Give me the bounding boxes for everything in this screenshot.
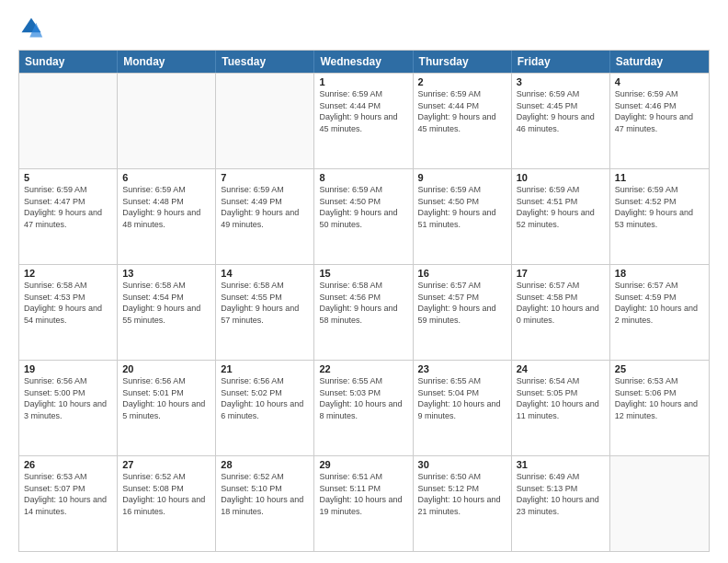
calendar-row: 19Sunrise: 6:56 AM Sunset: 5:00 PM Dayli… [19, 360, 709, 455]
day-info: Sunrise: 6:59 AM Sunset: 4:44 PM Dayligh… [319, 88, 407, 134]
calendar-cell: 7Sunrise: 6:59 AM Sunset: 4:49 PM Daylig… [216, 169, 314, 264]
calendar-cell: 28Sunrise: 6:52 AM Sunset: 5:10 PM Dayli… [216, 456, 314, 551]
day-info: Sunrise: 6:53 AM Sunset: 5:07 PM Dayligh… [24, 471, 112, 517]
day-number: 30 [418, 459, 506, 470]
day-number: 27 [122, 459, 210, 470]
day-info: Sunrise: 6:55 AM Sunset: 5:04 PM Dayligh… [418, 375, 506, 421]
day-number: 31 [517, 459, 605, 470]
day-info: Sunrise: 6:51 AM Sunset: 5:11 PM Dayligh… [319, 471, 407, 517]
calendar-cell: 5Sunrise: 6:59 AM Sunset: 4:47 PM Daylig… [19, 169, 118, 264]
calendar-cell: 23Sunrise: 6:55 AM Sunset: 5:04 PM Dayli… [414, 361, 512, 455]
day-info: Sunrise: 6:57 AM Sunset: 4:57 PM Dayligh… [418, 280, 506, 326]
calendar-row: 5Sunrise: 6:59 AM Sunset: 4:47 PM Daylig… [19, 168, 709, 264]
day-info: Sunrise: 6:56 AM Sunset: 5:02 PM Dayligh… [221, 375, 309, 421]
day-info: Sunrise: 6:59 AM Sunset: 4:49 PM Dayligh… [221, 184, 309, 230]
day-number: 10 [517, 172, 605, 183]
calendar-cell [118, 74, 216, 168]
day-number: 26 [24, 459, 112, 470]
day-info: Sunrise: 6:55 AM Sunset: 5:03 PM Dayligh… [319, 375, 407, 421]
day-info: Sunrise: 6:57 AM Sunset: 4:58 PM Dayligh… [517, 280, 605, 326]
day-info: Sunrise: 6:59 AM Sunset: 4:50 PM Dayligh… [418, 184, 506, 230]
day-info: Sunrise: 6:58 AM Sunset: 4:54 PM Dayligh… [122, 280, 210, 326]
day-number: 5 [24, 172, 112, 183]
calendar-cell: 25Sunrise: 6:53 AM Sunset: 5:06 PM Dayli… [610, 361, 709, 455]
day-number: 22 [319, 363, 407, 374]
calendar-cell: 8Sunrise: 6:59 AM Sunset: 4:50 PM Daylig… [314, 169, 413, 264]
calendar-cell: 27Sunrise: 6:52 AM Sunset: 5:08 PM Dayli… [118, 456, 216, 551]
calendar-cell: 30Sunrise: 6:50 AM Sunset: 5:12 PM Dayli… [414, 456, 512, 551]
header-day: Saturday [610, 51, 709, 73]
day-info: Sunrise: 6:59 AM Sunset: 4:50 PM Dayligh… [319, 184, 407, 230]
calendar-cell: 12Sunrise: 6:58 AM Sunset: 4:53 PM Dayli… [19, 265, 118, 360]
day-number: 17 [517, 268, 605, 279]
calendar: SundayMondayTuesdayWednesdayThursdayFrid… [18, 50, 710, 552]
day-info: Sunrise: 6:59 AM Sunset: 4:45 PM Dayligh… [517, 88, 605, 134]
day-number: 23 [418, 363, 506, 374]
day-number: 14 [221, 268, 309, 279]
day-number: 13 [122, 268, 210, 279]
day-info: Sunrise: 6:59 AM Sunset: 4:51 PM Dayligh… [517, 184, 605, 230]
day-info: Sunrise: 6:58 AM Sunset: 4:56 PM Dayligh… [319, 280, 407, 326]
calendar-cell: 11Sunrise: 6:59 AM Sunset: 4:52 PM Dayli… [610, 169, 709, 264]
day-info: Sunrise: 6:52 AM Sunset: 5:10 PM Dayligh… [221, 471, 309, 517]
calendar-cell: 31Sunrise: 6:49 AM Sunset: 5:13 PM Dayli… [512, 456, 610, 551]
calendar-row: 12Sunrise: 6:58 AM Sunset: 4:53 PM Dayli… [19, 264, 709, 360]
day-info: Sunrise: 6:56 AM Sunset: 5:01 PM Dayligh… [122, 375, 210, 421]
day-info: Sunrise: 6:50 AM Sunset: 5:12 PM Dayligh… [418, 471, 506, 517]
page: SundayMondayTuesdayWednesdayThursdayFrid… [0, 0, 728, 563]
calendar-cell: 24Sunrise: 6:54 AM Sunset: 5:05 PM Dayli… [512, 361, 610, 455]
calendar-cell: 6Sunrise: 6:59 AM Sunset: 4:48 PM Daylig… [118, 169, 216, 264]
day-info: Sunrise: 6:59 AM Sunset: 4:48 PM Dayligh… [122, 184, 210, 230]
day-number: 8 [319, 172, 407, 183]
calendar-cell: 14Sunrise: 6:58 AM Sunset: 4:55 PM Dayli… [216, 265, 314, 360]
day-info: Sunrise: 6:59 AM Sunset: 4:52 PM Dayligh… [615, 184, 704, 230]
day-number: 20 [122, 363, 210, 374]
calendar-cell: 13Sunrise: 6:58 AM Sunset: 4:54 PM Dayli… [118, 265, 216, 360]
calendar-header: SundayMondayTuesdayWednesdayThursdayFrid… [19, 51, 709, 73]
day-info: Sunrise: 6:49 AM Sunset: 5:13 PM Dayligh… [517, 471, 605, 517]
calendar-cell: 4Sunrise: 6:59 AM Sunset: 4:46 PM Daylig… [610, 74, 709, 168]
day-info: Sunrise: 6:59 AM Sunset: 4:47 PM Dayligh… [24, 184, 112, 230]
calendar-body: 1Sunrise: 6:59 AM Sunset: 4:44 PM Daylig… [19, 73, 709, 551]
day-number: 18 [615, 268, 704, 279]
logo-icon [18, 15, 44, 40]
day-info: Sunrise: 6:58 AM Sunset: 4:53 PM Dayligh… [24, 280, 112, 326]
day-info: Sunrise: 6:58 AM Sunset: 4:55 PM Dayligh… [221, 280, 309, 326]
calendar-cell: 29Sunrise: 6:51 AM Sunset: 5:11 PM Dayli… [314, 456, 413, 551]
day-info: Sunrise: 6:56 AM Sunset: 5:00 PM Dayligh… [24, 375, 112, 421]
calendar-cell: 17Sunrise: 6:57 AM Sunset: 4:58 PM Dayli… [512, 265, 610, 360]
day-info: Sunrise: 6:53 AM Sunset: 5:06 PM Dayligh… [615, 375, 704, 421]
day-number: 2 [418, 76, 506, 87]
day-number: 24 [517, 363, 605, 374]
day-info: Sunrise: 6:59 AM Sunset: 4:44 PM Dayligh… [418, 88, 506, 134]
day-number: 21 [221, 363, 309, 374]
header-day: Tuesday [216, 51, 314, 73]
day-number: 16 [418, 268, 506, 279]
calendar-cell: 10Sunrise: 6:59 AM Sunset: 4:51 PM Dayli… [512, 169, 610, 264]
calendar-cell: 3Sunrise: 6:59 AM Sunset: 4:45 PM Daylig… [512, 74, 610, 168]
day-number: 19 [24, 363, 112, 374]
day-info: Sunrise: 6:54 AM Sunset: 5:05 PM Dayligh… [517, 375, 605, 421]
header-day: Thursday [414, 51, 512, 73]
day-info: Sunrise: 6:59 AM Sunset: 4:46 PM Dayligh… [615, 88, 704, 134]
calendar-cell: 21Sunrise: 6:56 AM Sunset: 5:02 PM Dayli… [216, 361, 314, 455]
calendar-cell: 1Sunrise: 6:59 AM Sunset: 4:44 PM Daylig… [314, 74, 413, 168]
calendar-row: 1Sunrise: 6:59 AM Sunset: 4:44 PM Daylig… [19, 73, 709, 168]
calendar-cell: 22Sunrise: 6:55 AM Sunset: 5:03 PM Dayli… [314, 361, 413, 455]
day-number: 25 [615, 363, 704, 374]
day-number: 1 [319, 76, 407, 87]
day-number: 29 [319, 459, 407, 470]
calendar-cell: 9Sunrise: 6:59 AM Sunset: 4:50 PM Daylig… [414, 169, 512, 264]
day-number: 6 [122, 172, 210, 183]
header-day: Sunday [19, 51, 118, 73]
calendar-cell [610, 456, 709, 551]
day-number: 4 [615, 76, 704, 87]
day-number: 9 [418, 172, 506, 183]
day-number: 28 [221, 459, 309, 470]
header-day: Friday [512, 51, 610, 73]
calendar-cell: 19Sunrise: 6:56 AM Sunset: 5:00 PM Dayli… [19, 361, 118, 455]
day-number: 3 [517, 76, 605, 87]
day-info: Sunrise: 6:57 AM Sunset: 4:59 PM Dayligh… [615, 280, 704, 326]
calendar-cell: 18Sunrise: 6:57 AM Sunset: 4:59 PM Dayli… [610, 265, 709, 360]
calendar-cell: 20Sunrise: 6:56 AM Sunset: 5:01 PM Dayli… [118, 361, 216, 455]
